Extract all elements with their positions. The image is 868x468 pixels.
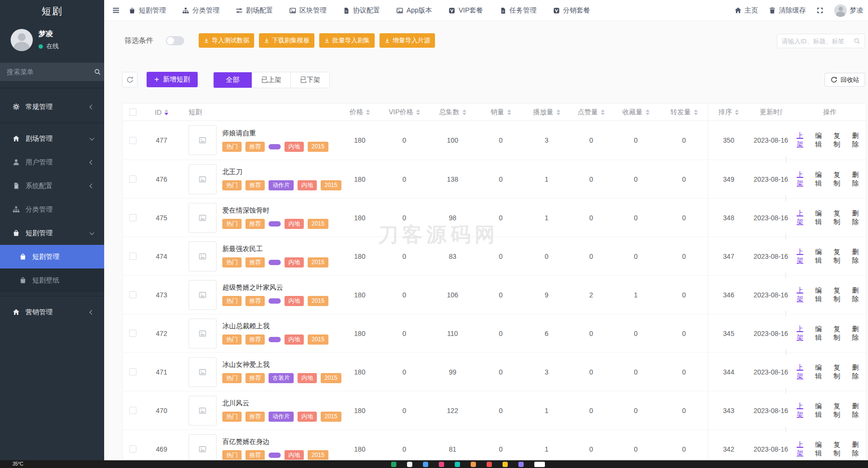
- edit-link[interactable]: 编辑: [815, 248, 826, 265]
- delete-link[interactable]: 删除: [852, 363, 863, 381]
- delete-link[interactable]: 删除: [852, 402, 863, 419]
- publish-link[interactable]: 上架: [797, 441, 808, 458]
- drama-thumbnail[interactable]: [189, 280, 217, 310]
- sort-icon[interactable]: [601, 109, 605, 115]
- sidebar-item-2[interactable]: 用户管理: [0, 150, 104, 174]
- sort-icon[interactable]: [416, 109, 420, 115]
- copy-link[interactable]: 复制: [834, 132, 845, 149]
- menu-icon[interactable]: [112, 6, 120, 14]
- copy-link[interactable]: 复制: [834, 441, 845, 458]
- tab-1[interactable]: 已上架: [252, 72, 291, 88]
- drama-thumbnail[interactable]: [189, 434, 217, 461]
- topnav-item-8[interactable]: 分销套餐: [553, 6, 590, 15]
- fullscreen-icon[interactable]: [816, 7, 824, 14]
- drama-thumbnail[interactable]: [189, 241, 217, 271]
- column-header-vip_price[interactable]: VIP价格: [381, 108, 427, 117]
- publish-link[interactable]: 上架: [797, 402, 808, 419]
- drama-thumbnail[interactable]: [189, 125, 217, 155]
- sort-icon[interactable]: [735, 109, 739, 115]
- column-header-plays[interactable]: 播放量: [524, 108, 570, 117]
- taskbar-app-icon[interactable]: [534, 462, 545, 467]
- row-checkbox[interactable]: [129, 330, 136, 337]
- copy-link[interactable]: 复制: [834, 325, 845, 342]
- row-checkbox[interactable]: [129, 175, 136, 183]
- copy-link[interactable]: 复制: [834, 402, 845, 419]
- import-button-3[interactable]: 增量导入片源: [380, 33, 435, 48]
- column-header-favorites[interactable]: 收藏量: [613, 108, 659, 117]
- topnav-item-6[interactable]: VIP套餐: [448, 6, 483, 15]
- sort-icon[interactable]: [646, 109, 650, 115]
- delete-link[interactable]: 删除: [852, 132, 863, 149]
- sort-icon[interactable]: [462, 109, 466, 115]
- column-header-id[interactable]: ID: [142, 108, 181, 116]
- drama-thumbnail[interactable]: [189, 396, 217, 426]
- row-checkbox[interactable]: [129, 407, 136, 414]
- home-link[interactable]: 主页: [734, 6, 758, 15]
- refresh-button[interactable]: [122, 72, 137, 87]
- delete-link[interactable]: 删除: [852, 209, 863, 227]
- topnav-item-7[interactable]: 任务管理: [500, 6, 537, 15]
- sidebar-item-4[interactable]: 分类管理: [0, 198, 104, 221]
- sidebar-item-1[interactable]: 剧场管理: [0, 127, 104, 150]
- import-button-0[interactable]: 导入测试数据: [199, 33, 254, 48]
- topnav-item-1[interactable]: 分类管理: [182, 6, 219, 15]
- topnav-item-3[interactable]: 区块管理: [289, 6, 326, 15]
- import-button-2[interactable]: 批量导入剧集: [319, 33, 375, 48]
- sidebar-item-0[interactable]: 常规管理: [0, 95, 104, 119]
- edit-link[interactable]: 编辑: [815, 363, 826, 381]
- column-header-episodes[interactable]: 总集数: [427, 108, 478, 117]
- copy-link[interactable]: 复制: [834, 171, 845, 188]
- sort-icon[interactable]: [556, 109, 560, 115]
- sort-icon[interactable]: [366, 109, 370, 115]
- publish-link[interactable]: 上架: [797, 171, 808, 188]
- taskbar-app-icon[interactable]: [502, 462, 508, 467]
- taskbar-app-icon[interactable]: [487, 462, 492, 467]
- publish-link[interactable]: 上架: [797, 363, 808, 381]
- drama-thumbnail[interactable]: [189, 357, 217, 387]
- copy-link[interactable]: 复制: [834, 363, 845, 381]
- taskbar-app-icon[interactable]: [471, 462, 476, 467]
- column-header-shares[interactable]: 转发量: [659, 108, 709, 117]
- sidebar-item-6[interactable]: 短剧管理: [0, 245, 104, 268]
- column-header-sales[interactable]: 销量: [478, 108, 524, 117]
- publish-link[interactable]: 上架: [797, 286, 808, 304]
- delete-link[interactable]: 删除: [852, 441, 863, 458]
- taskbar-app-icon[interactable]: [439, 462, 444, 467]
- sidebar-item-3[interactable]: 系统配置: [0, 174, 104, 198]
- recycle-bin-button[interactable]: 回收站: [825, 73, 865, 87]
- drama-thumbnail[interactable]: [189, 203, 217, 233]
- tab-0[interactable]: 全部: [214, 72, 252, 88]
- edit-link[interactable]: 编辑: [815, 132, 826, 149]
- clear-cache-link[interactable]: 清除缓存: [769, 6, 806, 15]
- publish-link[interactable]: 上架: [797, 325, 808, 342]
- add-drama-button[interactable]: + 新增短剧: [147, 72, 198, 87]
- search-icon[interactable]: [854, 38, 860, 44]
- topnav-item-0[interactable]: 短剧管理: [129, 6, 166, 15]
- copy-link[interactable]: 复制: [834, 248, 845, 265]
- delete-link[interactable]: 删除: [852, 248, 863, 265]
- tab-2[interactable]: 已下架: [291, 72, 329, 88]
- sidebar-item-7[interactable]: 短剧壁纸: [0, 268, 104, 292]
- sidebar-item-5[interactable]: 短剧管理: [0, 221, 104, 245]
- taskbar-app-icon[interactable]: [407, 462, 412, 467]
- row-checkbox[interactable]: [129, 368, 136, 375]
- edit-link[interactable]: 编辑: [815, 402, 826, 419]
- menu-search-input[interactable]: [7, 68, 94, 76]
- drama-thumbnail[interactable]: [189, 164, 217, 194]
- select-all-checkbox[interactable]: [129, 108, 136, 116]
- row-checkbox[interactable]: [129, 291, 136, 298]
- filter-toggle[interactable]: [166, 36, 184, 45]
- topnav-item-4[interactable]: 协议配置: [343, 6, 380, 15]
- publish-link[interactable]: 上架: [797, 248, 808, 265]
- table-search-input[interactable]: [782, 38, 854, 45]
- taskbar-app-icon[interactable]: [391, 462, 396, 467]
- row-checkbox[interactable]: [129, 214, 136, 221]
- delete-link[interactable]: 删除: [852, 325, 863, 342]
- avatar[interactable]: [11, 29, 33, 51]
- sort-icon[interactable]: [694, 109, 698, 115]
- topnav-item-2[interactable]: 剧场配置: [236, 6, 273, 15]
- copy-link[interactable]: 复制: [834, 209, 845, 227]
- edit-link[interactable]: 编辑: [815, 209, 826, 227]
- delete-link[interactable]: 删除: [852, 171, 863, 188]
- publish-link[interactable]: 上架: [797, 132, 808, 149]
